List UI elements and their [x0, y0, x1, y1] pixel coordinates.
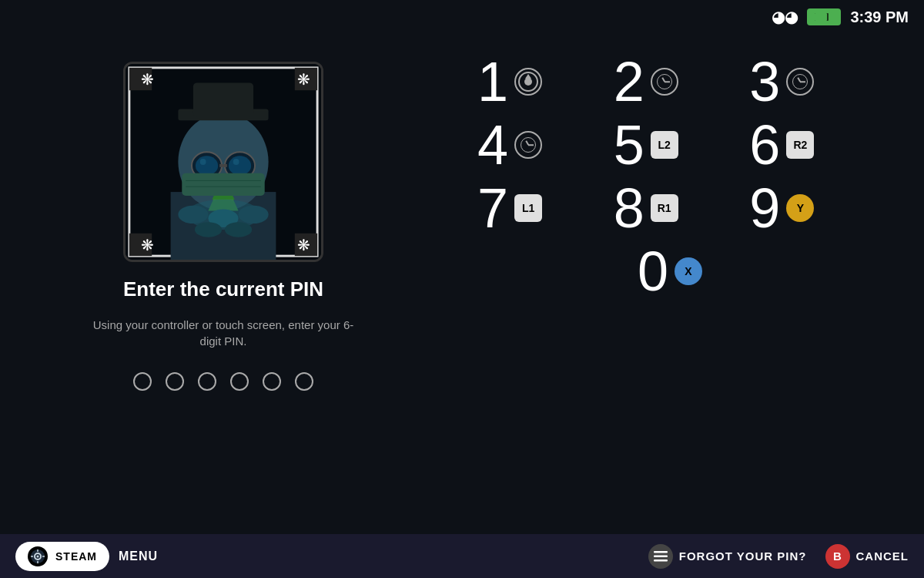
time-display: 3:39 PM: [850, 8, 909, 26]
r1-badge: R1: [651, 194, 678, 222]
x-badge: X: [675, 257, 702, 285]
svg-point-22: [196, 156, 218, 175]
circle-clock-badge-3: [786, 68, 814, 96]
svg-text:❋: ❋: [141, 237, 154, 254]
svg-marker-40: [525, 74, 531, 79]
pin-dot-3: [198, 372, 216, 391]
svg-point-39: [524, 78, 532, 86]
numpad-key-0[interactable]: 0 X: [614, 244, 727, 299]
bottom-right-controls: FORGOT YOUR PIN? B CANCEL: [648, 544, 909, 569]
svg-rect-49: [654, 555, 668, 557]
svg-point-33: [178, 206, 208, 223]
numpad-key-6[interactable]: 6 R2: [749, 117, 862, 173]
bottom-bar: STEAM MENU FORGOT YOUR PIN? B CANCEL: [0, 534, 924, 578]
menu-lines-icon: [648, 544, 673, 569]
numpad-key-5[interactable]: 5 L2: [614, 117, 727, 173]
circle-clock-badge-2: [651, 68, 678, 96]
pin-dot-6: [295, 372, 313, 391]
svg-rect-28: [219, 164, 227, 167]
pin-dot-1: [133, 372, 152, 391]
svg-rect-50: [654, 560, 668, 562]
svg-rect-1: [832, 15, 834, 19]
steam-logo-icon: [28, 546, 48, 566]
numpad-key-4[interactable]: 4: [477, 117, 591, 173]
svg-text:❋: ❋: [141, 72, 154, 88]
avatar: ❋ ❋ ❋ ❋: [123, 62, 323, 262]
menu-label: MENU: [119, 549, 158, 563]
svg-point-37: [225, 222, 252, 237]
numpad-empty-right: [749, 244, 862, 299]
numpad-key-8[interactable]: 8 R1: [614, 180, 727, 236]
svg-text:❋: ❋: [297, 72, 310, 88]
stick-up-badge: [514, 68, 542, 96]
svg-point-23: [229, 156, 251, 175]
b-button-icon: B: [825, 544, 850, 569]
forgot-pin-label: FORGOT YOUR PIN?: [679, 549, 807, 563]
cancel-button[interactable]: B CANCEL: [825, 544, 909, 569]
pin-dot-2: [166, 372, 184, 391]
svg-point-24: [200, 159, 206, 165]
wifi-icon: ◕◕: [772, 8, 798, 26]
y-badge: Y: [786, 194, 814, 222]
svg-point-43: [37, 555, 39, 557]
numpad-key-1[interactable]: 1: [477, 54, 591, 109]
left-panel: ❋ ❋ ❋ ❋: [92, 62, 354, 391]
r2-badge: R2: [786, 131, 814, 159]
pin-dots-container: [133, 372, 313, 391]
l2-badge: L2: [651, 131, 678, 159]
svg-rect-48: [654, 551, 668, 553]
svg-rect-17: [193, 82, 253, 116]
numpad: 1 2 3 4: [477, 54, 862, 299]
prompt-subtitle: Using your controller or touch screen, e…: [92, 317, 354, 349]
svg-rect-29: [182, 173, 264, 196]
svg-text:❋: ❋: [297, 237, 310, 254]
l1-badge: L1: [514, 194, 542, 222]
svg-point-25: [233, 159, 239, 165]
circle-clock-badge-4: [514, 131, 542, 159]
svg-rect-3: [815, 13, 827, 21]
numpad-key-2[interactable]: 2: [614, 54, 727, 109]
svg-point-36: [195, 222, 222, 237]
pin-dot-5: [263, 372, 281, 391]
battery-icon: [807, 8, 841, 25]
steam-label: STEAM: [55, 550, 97, 563]
numpad-empty-left: [477, 244, 591, 299]
status-bar: ◕◕ 3:39 PM: [756, 0, 924, 34]
numpad-key-3[interactable]: 3: [749, 54, 862, 109]
forgot-pin-button[interactable]: FORGOT YOUR PIN?: [648, 544, 807, 569]
numpad-key-9[interactable]: 9 Y: [749, 180, 862, 236]
pin-dot-4: [230, 372, 249, 391]
prompt-title: Enter the current PIN: [123, 277, 323, 301]
numpad-key-7[interactable]: 7 L1: [477, 180, 591, 236]
cancel-label: CANCEL: [856, 549, 909, 563]
svg-point-35: [239, 206, 269, 223]
steam-button[interactable]: STEAM: [15, 542, 109, 571]
